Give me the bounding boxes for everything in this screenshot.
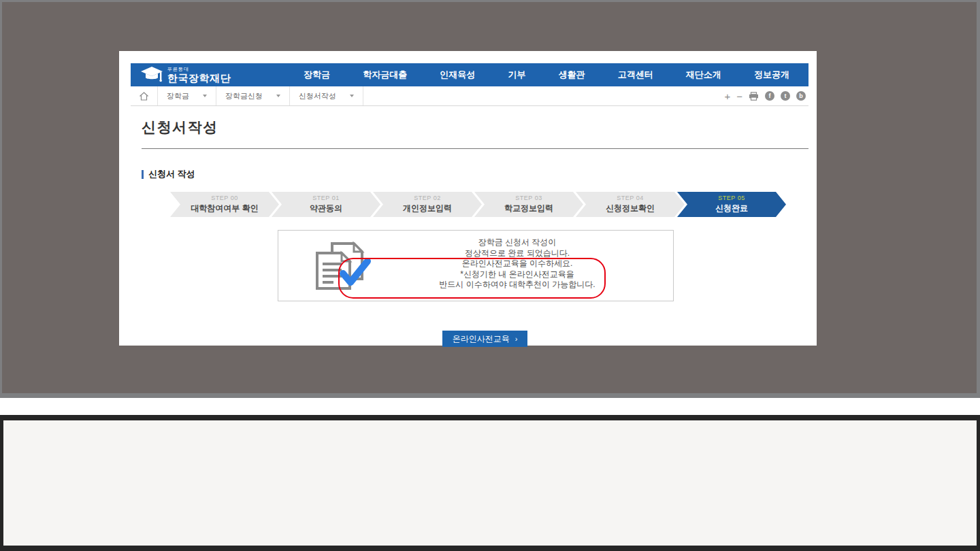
breadcrumb-item-scholarship[interactable]: 장학금 <box>158 86 216 105</box>
online-pre-education-button[interactable]: 온라인사전교육 › <box>442 331 527 347</box>
bottom-panel-content <box>3 420 977 546</box>
nav-item-scholarship[interactable]: 장학금 <box>304 69 330 81</box>
step-number: STEP 05 <box>718 195 745 201</box>
screenshot-stage: 푸른등대 한국장학재단 장학금 학자금대출 인재육성 기부 생활관 고객센터 재… <box>0 0 980 551</box>
message-line: 온라인사전교육을 이수하세요. <box>380 258 654 269</box>
step-label: 개인정보입력 <box>403 203 452 214</box>
chevron-down-icon <box>203 95 207 97</box>
nav-item-student-loan[interactable]: 학자금대출 <box>363 69 407 81</box>
message-line: *신청기한 내 온라인사전교육을 <box>380 269 654 280</box>
step-number: STEP 00 <box>211 195 238 201</box>
step-label: 대학참여여부 확인 <box>191 203 258 214</box>
kosaf-page: 푸른등대 한국장학재단 장학금 학자금대출 인재육성 기부 생활관 고객센터 재… <box>119 51 817 346</box>
step-01: STEP 01 약관동의 <box>272 192 380 217</box>
twitter-icon[interactable]: t <box>781 91 790 101</box>
nav-item-disclosure[interactable]: 정보공개 <box>754 69 789 81</box>
document-check-icon <box>309 239 372 294</box>
main-navbar: 푸른등대 한국장학재단 장학금 학자금대출 인재육성 기부 생활관 고객센터 재… <box>131 63 808 86</box>
step-label: 신청정보확인 <box>606 203 655 214</box>
print-icon[interactable] <box>749 92 759 101</box>
breadcrumb: 장학금 장학금신청 신청서작성 + − f t <box>131 86 808 106</box>
step-number: STEP 01 <box>312 195 339 201</box>
nav-item-dormitory[interactable]: 생활관 <box>559 69 585 81</box>
blog-icon[interactable]: b <box>796 91 806 101</box>
message-line: 장학금 신청서 작성이 <box>380 237 654 248</box>
logo-name: 한국장학재단 <box>167 73 231 83</box>
step-progress: STEP 00 대학참여여부 확인 STEP 01 약관동의 STEP 02 개… <box>170 192 786 217</box>
step-number: STEP 04 <box>617 195 643 201</box>
section-title-label: 신청서 작성 <box>148 168 195 180</box>
logo-text: 푸른등대 한국장학재단 <box>167 67 231 83</box>
chevron-down-icon <box>350 95 354 97</box>
section-accent-bar <box>142 170 144 179</box>
breadcrumb-item-apply[interactable]: 장학금신청 <box>216 86 290 105</box>
nav-item-about[interactable]: 재단소개 <box>686 69 721 81</box>
completion-message: 장학금 신청서 작성이 정상적으로 완료 되었습니다. 온라인사전교육을 이수하… <box>380 237 654 290</box>
site-logo[interactable]: 푸른등대 한국장학재단 <box>131 66 279 84</box>
facebook-icon[interactable]: f <box>765 91 774 101</box>
breadcrumb-item-form[interactable]: 신청서작성 <box>290 86 363 105</box>
title-divider <box>142 148 808 149</box>
font-zoom-out-button[interactable]: − <box>736 91 742 101</box>
step-05-active: STEP 05 신청완료 <box>677 192 786 217</box>
message-line: 정상적으로 완료 되었습니다. <box>380 248 654 259</box>
step-label: 약관동의 <box>310 203 342 214</box>
home-icon <box>140 92 148 101</box>
nav-item-customer-center[interactable]: 고객센터 <box>618 69 653 81</box>
step-02: STEP 02 개인정보입력 <box>373 192 482 217</box>
step-number: STEP 03 <box>515 195 542 201</box>
step-00: STEP 00 대학참여여부 확인 <box>170 192 279 217</box>
step-04: STEP 04 신청정보확인 <box>576 192 685 217</box>
section-title: 신청서 작성 <box>142 168 195 180</box>
step-03: STEP 03 학교정보입력 <box>474 192 583 217</box>
nav-item-talent[interactable]: 인재육성 <box>440 69 475 81</box>
arrow-right-icon: › <box>515 335 518 343</box>
font-zoom-in-button[interactable]: + <box>724 91 730 101</box>
home-button[interactable] <box>131 86 158 105</box>
step-number: STEP 02 <box>414 195 440 201</box>
graduation-cap-icon <box>140 66 163 84</box>
bottom-frame <box>0 415 980 551</box>
button-label: 온라인사전교육 <box>453 333 510 345</box>
breadcrumb-label: 장학금신청 <box>225 91 263 101</box>
chevron-down-icon <box>276 95 280 97</box>
breadcrumb-label: 신청서작성 <box>299 91 336 101</box>
breadcrumb-label: 장학금 <box>167 91 189 101</box>
page-tools: + − f t b <box>724 91 808 101</box>
step-label: 학교정보입력 <box>504 203 553 214</box>
step-label: 신청완료 <box>715 203 748 214</box>
message-line: 반드시 이수하여야 대학추천이 가능합니다. <box>380 280 654 290</box>
page-title: 신청서작성 <box>142 118 218 137</box>
completion-message-box: 장학금 신청서 작성이 정상적으로 완료 되었습니다. 온라인사전교육을 이수하… <box>278 230 674 301</box>
main-nav: 장학금 학자금대출 인재육성 기부 생활관 고객센터 재단소개 정보공개 <box>279 69 808 81</box>
nav-item-donation[interactable]: 기부 <box>508 69 525 81</box>
logo-tagline: 푸른등대 <box>167 67 231 71</box>
